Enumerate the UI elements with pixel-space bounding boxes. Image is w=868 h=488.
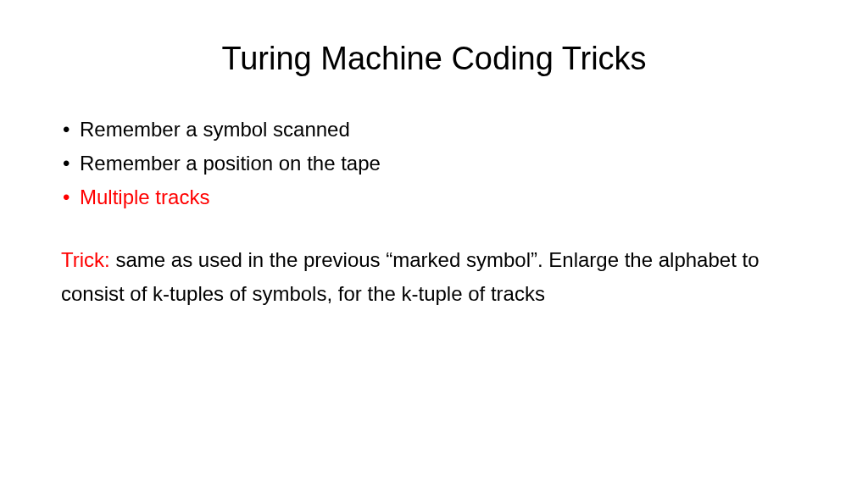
slide-content: Remember a symbol scanned Remember a pos…: [61, 114, 807, 310]
list-item: Remember a position on the tape: [61, 148, 807, 179]
slide: Turing Machine Coding Tricks Remember a …: [0, 0, 868, 488]
list-item: Multiple tracks: [61, 182, 807, 213]
bullet-list: Remember a symbol scanned Remember a pos…: [61, 114, 807, 213]
trick-text: same as used in the previous “marked sym…: [61, 248, 760, 305]
slide-title: Turing Machine Coding Tricks: [61, 41, 807, 77]
trick-description: Trick: same as used in the previous “mar…: [61, 243, 807, 310]
list-item: Remember a symbol scanned: [61, 114, 807, 145]
trick-label: Trick:: [61, 248, 110, 271]
